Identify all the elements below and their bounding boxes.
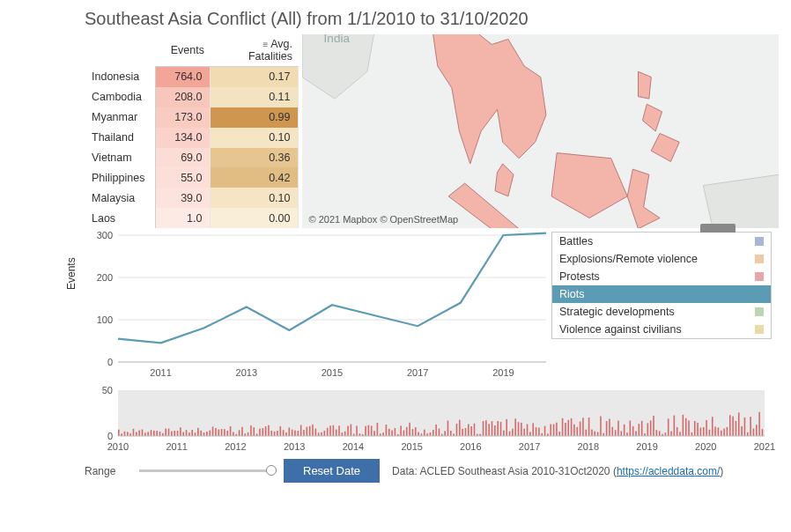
legend-item[interactable]: Protests xyxy=(552,268,771,285)
svg-rect-38 xyxy=(138,430,140,436)
svg-rect-183 xyxy=(565,423,566,436)
svg-rect-158 xyxy=(492,421,493,436)
svg-rect-123 xyxy=(388,429,390,436)
svg-rect-160 xyxy=(497,421,499,436)
svg-rect-128 xyxy=(403,431,405,436)
svg-rect-82 xyxy=(268,425,270,436)
svg-rect-95 xyxy=(307,427,308,436)
y-axis-label: Events xyxy=(65,257,78,290)
svg-rect-131 xyxy=(412,429,414,436)
svg-rect-233 xyxy=(712,417,713,436)
svg-rect-172 xyxy=(532,423,534,436)
svg-rect-185 xyxy=(571,418,573,436)
svg-rect-36 xyxy=(133,429,135,436)
svg-rect-51 xyxy=(177,431,179,436)
svg-rect-40 xyxy=(144,432,146,436)
svg-rect-142 xyxy=(444,431,446,436)
svg-rect-127 xyxy=(400,425,402,436)
legend-item[interactable]: Strategic developments xyxy=(552,303,771,321)
svg-rect-104 xyxy=(333,425,335,436)
svg-rect-173 xyxy=(536,427,537,436)
svg-rect-237 xyxy=(723,429,725,436)
table-row[interactable]: Cambodia 208.0 0.11 xyxy=(85,87,298,107)
svg-rect-79 xyxy=(259,429,261,436)
svg-text:2017: 2017 xyxy=(407,367,428,378)
svg-rect-61 xyxy=(206,432,208,436)
map[interactable]: India © 2021 Mapbox © OpenStreetMap xyxy=(302,34,780,228)
svg-rect-194 xyxy=(597,432,599,436)
svg-rect-63 xyxy=(212,426,214,436)
svg-rect-229 xyxy=(700,428,702,436)
legend[interactable]: BattlesExplosions/Remote violenceProtest… xyxy=(551,232,772,339)
svg-rect-203 xyxy=(624,425,625,436)
svg-text:2011: 2011 xyxy=(150,367,171,378)
svg-rect-166 xyxy=(514,418,516,436)
table-row[interactable]: Indonesia 764.0 0.17 xyxy=(85,67,298,87)
svg-rect-69 xyxy=(230,426,232,436)
col-events[interactable]: Events xyxy=(155,34,210,67)
svg-rect-247 xyxy=(753,428,755,436)
country-table: Events ≡ Avg. Fatalities Indonesia 764.0… xyxy=(85,34,299,228)
svg-rect-163 xyxy=(506,419,507,436)
svg-rect-239 xyxy=(729,415,731,436)
svg-text:2015: 2015 xyxy=(322,367,343,378)
svg-text:200: 200 xyxy=(97,272,113,283)
time-brush[interactable]: 0502010201120122013201420152016201720182… xyxy=(85,387,779,454)
svg-rect-93 xyxy=(300,425,302,436)
col-fatalities[interactable]: ≡ Avg. Fatalities xyxy=(210,34,298,67)
table-row[interactable]: Vietnam 69.0 0.36 xyxy=(85,148,298,168)
svg-rect-106 xyxy=(338,425,340,436)
legend-item[interactable]: Violence against civilians xyxy=(552,321,771,338)
table-row[interactable]: Philippines 55.0 0.42 xyxy=(85,167,298,188)
svg-rect-188 xyxy=(580,422,581,436)
svg-rect-55 xyxy=(189,432,190,436)
svg-rect-190 xyxy=(585,430,587,436)
svg-rect-208 xyxy=(639,424,640,436)
svg-rect-235 xyxy=(718,427,720,436)
source-link[interactable]: https://acleddata.com/ xyxy=(617,465,720,477)
table-row[interactable]: Thailand 134.0 0.10 xyxy=(85,128,298,148)
svg-rect-230 xyxy=(703,427,705,436)
svg-rect-209 xyxy=(641,421,643,436)
legend-handle-icon[interactable] xyxy=(700,224,736,233)
svg-rect-193 xyxy=(594,432,595,436)
legend-item[interactable]: Battles xyxy=(552,233,771,250)
svg-rect-54 xyxy=(186,430,188,436)
svg-rect-246 xyxy=(750,417,751,436)
reset-date-button[interactable]: Reset Date xyxy=(284,459,380,483)
svg-rect-122 xyxy=(386,425,388,436)
svg-text:2014: 2014 xyxy=(343,441,364,452)
slider-thumb[interactable] xyxy=(266,465,277,476)
svg-rect-64 xyxy=(215,428,217,436)
svg-rect-50 xyxy=(174,431,175,436)
svg-rect-101 xyxy=(324,431,326,436)
svg-rect-88 xyxy=(285,432,287,436)
table-row[interactable]: Malaysia 39.0 0.10 xyxy=(85,188,298,208)
range-slider[interactable] xyxy=(139,469,271,472)
svg-text:0: 0 xyxy=(107,357,113,367)
svg-rect-156 xyxy=(485,420,487,436)
svg-text:2012: 2012 xyxy=(225,441,246,452)
svg-rect-99 xyxy=(318,432,320,436)
svg-rect-199 xyxy=(612,427,614,436)
svg-rect-110 xyxy=(351,425,352,436)
svg-rect-135 xyxy=(424,430,425,436)
map-attribution: © 2021 Mapbox © OpenStreetMap xyxy=(309,214,459,225)
range-label: Range xyxy=(85,465,127,477)
svg-rect-157 xyxy=(488,424,490,436)
svg-rect-115 xyxy=(365,426,366,436)
svg-rect-87 xyxy=(283,430,285,436)
svg-rect-84 xyxy=(274,432,276,436)
svg-text:2016: 2016 xyxy=(460,441,481,452)
legend-item[interactable]: Riots xyxy=(552,285,771,303)
svg-text:100: 100 xyxy=(97,314,113,325)
table-row[interactable]: Myanmar 173.0 0.99 xyxy=(85,107,298,128)
svg-rect-48 xyxy=(168,429,170,436)
svg-rect-124 xyxy=(391,430,393,436)
svg-rect-176 xyxy=(544,426,546,436)
table-row[interactable]: Laos 1.0 0.00 xyxy=(85,208,298,228)
svg-rect-189 xyxy=(582,417,584,436)
svg-rect-65 xyxy=(218,430,219,436)
svg-rect-97 xyxy=(312,425,314,436)
legend-item[interactable]: Explosions/Remote violence xyxy=(552,250,771,268)
